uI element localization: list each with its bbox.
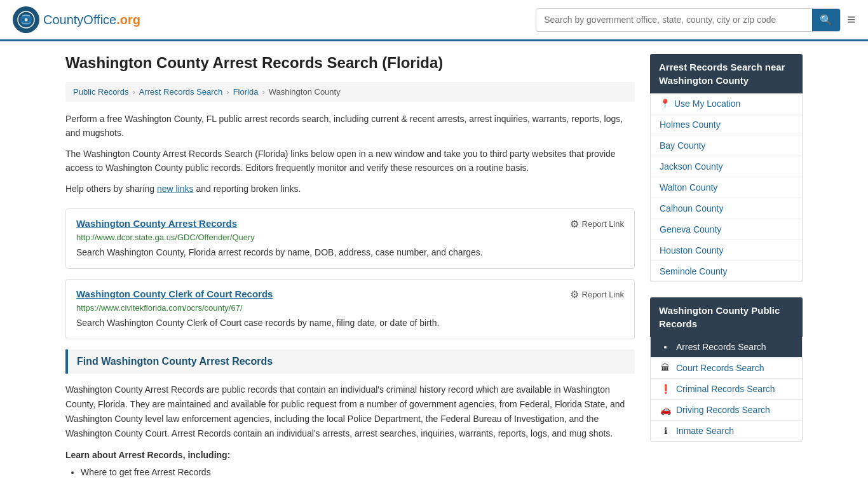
record-url-1[interactable]: http://www.dcor.state.ga.us/GDC/Offender… bbox=[76, 233, 624, 242]
bay-county-link[interactable]: Bay County bbox=[660, 140, 705, 151]
calhoun-county-link[interactable]: Calhoun County bbox=[660, 203, 723, 214]
pub-rec-criminal-records[interactable]: ❗ Criminal Records Search bbox=[651, 379, 802, 400]
breadcrumb-arrest-records-search[interactable]: Arrest Records Search bbox=[139, 87, 223, 97]
sidebar-item-geneva[interactable]: Geneva County bbox=[651, 219, 802, 240]
pub-rec-arrest-records[interactable]: ▪ Arrest Records Search bbox=[651, 337, 802, 358]
driving-records-icon: 🚗 bbox=[660, 405, 671, 415]
inmate-search-link[interactable]: Inmate Search bbox=[676, 426, 734, 436]
sidebar-item-holmes[interactable]: Holmes County bbox=[651, 114, 802, 135]
record-title-1[interactable]: Washington County Arrest Records bbox=[76, 218, 237, 229]
court-records-icon: 🏛 bbox=[660, 363, 671, 373]
logo-text: CountyOffice.org bbox=[43, 13, 140, 27]
inmate-search-icon: ℹ bbox=[660, 426, 671, 436]
learn-title: Learn about Arrest Records, including: bbox=[65, 450, 635, 460]
page-title: Washington County Arrest Records Search … bbox=[65, 54, 635, 72]
main-container: Washington County Arrest Records Search … bbox=[53, 41, 815, 488]
sidebar-item-houston[interactable]: Houston County bbox=[651, 240, 802, 261]
intro-text-2: The Washington County Arrest Records Sea… bbox=[65, 147, 635, 175]
driving-records-link[interactable]: Driving Records Search bbox=[676, 405, 770, 415]
pub-rec-court-records[interactable]: 🏛 Court Records Search bbox=[651, 358, 802, 379]
find-text: Washington County Arrest Records are pub… bbox=[65, 383, 635, 441]
criminal-records-link[interactable]: Criminal Records Search bbox=[676, 384, 775, 394]
breadcrumb: Public Records › Arrest Records Search ›… bbox=[65, 82, 635, 102]
sidebar-item-calhoun[interactable]: Calhoun County bbox=[651, 198, 802, 219]
report-label-1: Report Link bbox=[582, 219, 624, 229]
search-button[interactable]: 🔍 bbox=[812, 9, 840, 31]
record-entry-2: Washington County Clerk of Court Records… bbox=[65, 279, 635, 339]
header: CountyOffice.org 🔍 ≡ bbox=[0, 0, 868, 41]
report-icon-1: ⚙ bbox=[570, 218, 579, 230]
help-text: Help others by sharing new links and rep… bbox=[65, 182, 635, 196]
sidebar-use-location[interactable]: 📍 Use My Location bbox=[651, 93, 802, 114]
arrest-records-link[interactable]: Arrest Records Search bbox=[676, 342, 766, 352]
logo-area: CountyOffice.org bbox=[13, 6, 140, 33]
record-desc-1: Search Washington County, Florida arrest… bbox=[76, 246, 624, 259]
sidebar-nearby-section: Arrest Records Search near Washington Co… bbox=[650, 54, 803, 282]
use-location-link[interactable]: Use My Location bbox=[674, 98, 740, 109]
bullet-list: Where to get free Arrest Records bbox=[65, 465, 635, 480]
record-entry-1: Washington County Arrest Records ⚙ Repor… bbox=[65, 208, 635, 269]
content-area: Washington County Arrest Records Search … bbox=[65, 54, 635, 480]
report-link-2[interactable]: ⚙ Report Link bbox=[570, 288, 624, 301]
jackson-county-link[interactable]: Jackson County bbox=[660, 161, 723, 172]
seminole-county-link[interactable]: Seminole County bbox=[660, 266, 728, 276]
sidebar: Arrest Records Search near Washington Co… bbox=[650, 54, 803, 480]
sidebar-item-seminole[interactable]: Seminole County bbox=[651, 261, 802, 281]
walton-county-link[interactable]: Walton County bbox=[660, 182, 717, 193]
pub-rec-driving-records[interactable]: 🚗 Driving Records Search bbox=[651, 400, 802, 421]
sidebar-nearby-heading: Arrest Records Search near Washington Co… bbox=[650, 54, 803, 93]
record-title-2[interactable]: Washington County Clerk of Court Records bbox=[76, 288, 273, 299]
report-icon-2: ⚙ bbox=[570, 288, 579, 301]
new-links-link[interactable]: new links bbox=[157, 184, 194, 194]
record-header-1: Washington County Arrest Records ⚙ Repor… bbox=[76, 218, 624, 230]
sidebar-nearby-list: 📍 Use My Location Holmes County Bay Coun… bbox=[650, 93, 803, 282]
logo-icon bbox=[13, 6, 39, 33]
svg-point-1 bbox=[25, 18, 28, 22]
sidebar-pub-records-section: Washington County Public Records ▪ Arres… bbox=[650, 297, 803, 442]
report-link-1[interactable]: ⚙ Report Link bbox=[570, 218, 624, 230]
sidebar-pub-records-heading: Washington County Public Records bbox=[650, 297, 803, 337]
record-url-2[interactable]: https://www.civitekflorida.com/ocrs/coun… bbox=[76, 303, 624, 313]
search-input[interactable] bbox=[536, 10, 812, 30]
geneva-county-link[interactable]: Geneva County bbox=[660, 224, 721, 234]
court-records-link[interactable]: Court Records Search bbox=[676, 363, 764, 373]
header-right: 🔍 ≡ bbox=[536, 8, 855, 32]
houston-county-link[interactable]: Houston County bbox=[660, 245, 723, 255]
sidebar-item-jackson[interactable]: Jackson County bbox=[651, 156, 802, 177]
arrest-records-icon: ▪ bbox=[660, 342, 671, 352]
find-section-title: Find Washington County Arrest Records bbox=[65, 349, 635, 374]
sidebar-item-bay[interactable]: Bay County bbox=[651, 135, 802, 156]
record-desc-2: Search Washington County Clerk of Court … bbox=[76, 316, 624, 330]
record-header-2: Washington County Clerk of Court Records… bbox=[76, 288, 624, 301]
hamburger-button[interactable]: ≡ bbox=[847, 11, 855, 28]
breadcrumb-public-records[interactable]: Public Records bbox=[73, 87, 128, 97]
sidebar-pub-records-list: ▪ Arrest Records Search 🏛 Court Records … bbox=[650, 337, 803, 442]
search-bar: 🔍 bbox=[536, 8, 841, 32]
pub-rec-inmate-search[interactable]: ℹ Inmate Search bbox=[651, 421, 802, 441]
sidebar-item-walton[interactable]: Walton County bbox=[651, 177, 802, 198]
intro-text-1: Perform a free Washington County, FL pub… bbox=[65, 112, 635, 140]
bullet-item-1: Where to get free Arrest Records bbox=[81, 465, 635, 480]
breadcrumb-washington-county: Washington County bbox=[269, 87, 341, 97]
breadcrumb-florida[interactable]: Florida bbox=[233, 87, 259, 97]
report-label-2: Report Link bbox=[582, 290, 624, 299]
holmes-county-link[interactable]: Holmes County bbox=[660, 119, 721, 130]
pin-icon: 📍 bbox=[660, 98, 670, 109]
criminal-records-icon: ❗ bbox=[660, 384, 671, 394]
